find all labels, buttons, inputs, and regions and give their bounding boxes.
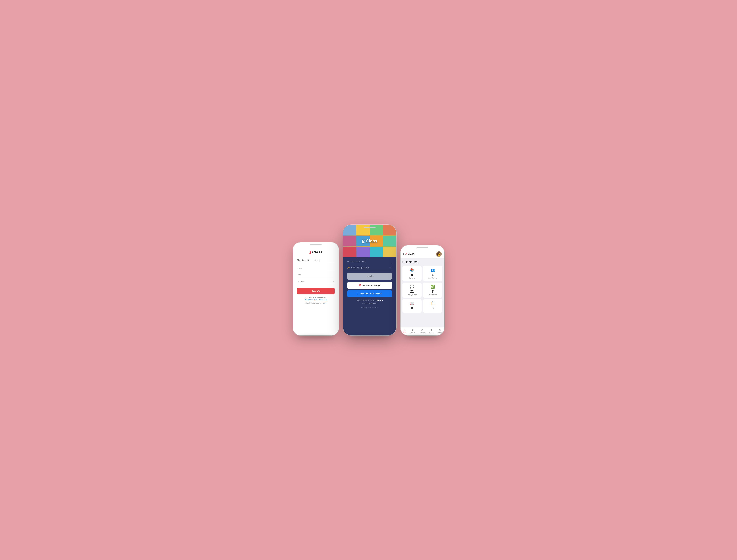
signin-body: ✉ 🔑 👁 Sign In G Sign in with Google (343, 257, 396, 335)
bottom-navigation: ⌂ Home ⊞ Courses ⊕ Categories ≡ (401, 327, 444, 335)
dashboard-header: ≡ ε Class 👩 (401, 245, 444, 258)
terms-link[interactable]: Terms & Condition , Privacy Policy (305, 299, 327, 300)
user-avatar[interactable]: 👩 (436, 251, 442, 257)
center-signup-link[interactable]: Sign Up (376, 299, 383, 301)
stat-card-answers: ✅ 7 Total Answer (423, 283, 442, 298)
name-label: Name (297, 267, 302, 270)
avatar-figure: 👩 (437, 252, 441, 256)
nav-courses[interactable]: ⊞ Courses (410, 328, 415, 333)
google-signin-label: Sign in with Google (362, 284, 380, 287)
phone-right-wrapper: ≡ ε Class 👩 Hi Instructor! (401, 245, 444, 335)
home-nav-icon: ⌂ (403, 328, 405, 332)
forgot-password-link[interactable]: Forgot Password? (347, 302, 392, 304)
center-hero-logo: ε Class (362, 237, 377, 244)
facebook-signin-button[interactable]: f Sign in with Facebook (347, 290, 392, 297)
greeting: Hi Instructor! (402, 260, 442, 264)
stat6-number: 0 (432, 306, 434, 310)
stats-grid: 📚 8 Courses 👥 3 User Enrolled 💬 (402, 266, 442, 313)
google-signin-button[interactable]: G Sign in with Google (347, 282, 392, 289)
password-eye-icon[interactable]: 👁 (333, 280, 335, 283)
questions-number: 22 (410, 290, 414, 293)
center-logo-icon: ε (362, 237, 365, 244)
password-visibility-icon[interactable]: 👁 (390, 266, 392, 269)
answers-number: 7 (432, 290, 434, 293)
phone-left: ε Class Sign Up and Start Learning Name … (293, 242, 339, 335)
stat-card-enrolled: 👥 3 User Enrolled (423, 266, 442, 281)
left-logo-area: ε Class (297, 250, 335, 255)
hero-cell-12 (383, 247, 396, 257)
email-input-wrap: ✉ (347, 260, 392, 264)
center-phone-shadow (348, 335, 391, 338)
courses-nav-icon: ⊞ (411, 328, 414, 332)
hero-cell-5 (343, 236, 356, 246)
stat-card-questions: 💬 22 Total Question (402, 283, 422, 298)
dash-logo-text: Class (408, 253, 414, 255)
right-phone-shadow (405, 335, 440, 338)
password-input[interactable] (351, 266, 390, 269)
center-logo-text: Class (366, 238, 377, 243)
hero-cell-4 (383, 225, 396, 235)
scene: ε Class Sign Up and Start Learning Name … (287, 225, 450, 335)
stat-card-6: 📋 0 (423, 299, 442, 313)
courses-label: Courses (409, 277, 415, 279)
dashboard-screen: ≡ ε Class 👩 Hi Instructor! (401, 245, 444, 335)
signup-screen: ε Class Sign Up and Start Learning Name … (293, 242, 339, 335)
hero-cell-8 (383, 236, 396, 246)
hero-cell-2 (356, 225, 370, 235)
stat-card-5: 📖 8 (402, 299, 422, 313)
login-link[interactable]: Login (323, 302, 326, 304)
email-input[interactable] (351, 260, 392, 262)
stat-card-courses: 📚 8 Courses (402, 266, 422, 281)
courses-number: 8 (411, 273, 413, 277)
already-have-account-text: Already have an account? Login (297, 302, 335, 304)
answers-label: Total Answer (428, 294, 437, 296)
hero-cell-1 (343, 225, 356, 235)
dashboard-body: Hi Instructor! 📚 8 Courses 👥 3 (401, 258, 444, 327)
answers-icon: ✅ (430, 285, 435, 289)
courses-icon: 📚 (410, 268, 414, 272)
password-input-wrap: 🔑 👁 (347, 266, 392, 270)
questions-label: Total Question (407, 294, 417, 296)
signin-screen: ε Class ✉ 🔑 👁 (343, 225, 396, 335)
email-field[interactable]: Email (297, 272, 335, 277)
settings-nav-label: Settings (437, 332, 442, 333)
phone-left-wrapper: ε Class Sign Up and Start Learning Name … (293, 242, 339, 335)
signup-button[interactable]: Sign Up (297, 288, 335, 294)
signup-subtitle: Sign Up and Start Learning (297, 259, 335, 263)
copyright-text: Copyright © 2022 eClass. (347, 306, 392, 308)
nav-categories[interactable]: ⊕ Categories (419, 328, 425, 333)
password-field[interactable]: Password 👁 (297, 279, 335, 284)
hamburger-icon[interactable]: ≡ (403, 253, 404, 255)
hero-cell-3 (370, 225, 383, 235)
stat5-icon: 📖 (410, 301, 414, 305)
nav-payout[interactable]: ≡ Payout (429, 328, 433, 333)
enrolled-number: 3 (432, 273, 434, 277)
phone-center: ε Class ✉ 🔑 👁 (343, 225, 396, 335)
no-account-text: Don't have an account ? Sign Up (347, 299, 392, 301)
email-label: Email (297, 274, 302, 276)
payout-nav-label: Payout (429, 332, 433, 333)
hero-cell-9 (343, 247, 356, 257)
nav-home[interactable]: ⌂ Home (403, 328, 406, 333)
questions-icon: 💬 (410, 285, 414, 289)
stat6-icon: 📋 (430, 301, 435, 305)
hero-cell-11 (370, 247, 383, 257)
phone-center-wrapper: ε Class ✉ 🔑 👁 (343, 225, 396, 335)
stat5-number: 8 (411, 306, 413, 310)
nav-settings[interactable]: ⚙ Settings (437, 328, 442, 333)
left-logo-text: Class (312, 250, 322, 255)
name-field[interactable]: Name (297, 266, 335, 271)
hero-image: ε Class (343, 225, 396, 257)
facebook-signin-label: Sign in with Facebook (360, 293, 382, 295)
hero-cell-10 (356, 247, 370, 257)
dash-header-left: ≡ ε Class (403, 253, 414, 256)
courses-nav-label: Courses (410, 332, 415, 333)
password-label: Password (297, 280, 305, 282)
lock-icon: 🔑 (347, 266, 350, 269)
signin-button[interactable]: Sign In (347, 273, 392, 280)
google-icon: G (359, 284, 361, 287)
enrolled-icon: 👥 (430, 268, 435, 272)
home-nav-label: Home (403, 332, 406, 333)
payout-nav-icon: ≡ (431, 328, 432, 332)
facebook-icon: f (358, 292, 358, 295)
